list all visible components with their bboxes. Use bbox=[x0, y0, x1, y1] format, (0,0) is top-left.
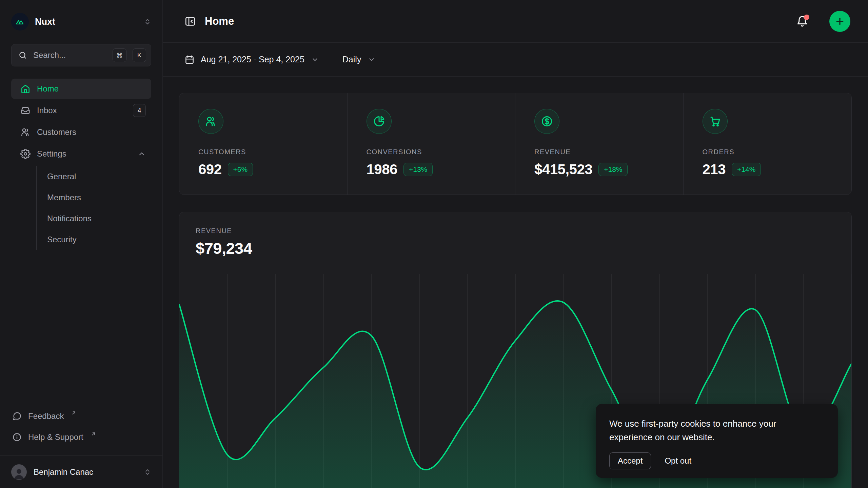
stat-value: $415,523 bbox=[534, 161, 592, 178]
sidebar-item-label: Inbox bbox=[37, 106, 126, 115]
sidebar-item-general[interactable]: General bbox=[37, 166, 151, 187]
stat-delta-badge: +14% bbox=[732, 163, 761, 176]
cookie-accept-button[interactable]: Accept bbox=[609, 452, 651, 469]
nuxt-logo-icon bbox=[11, 13, 29, 30]
revenue-chart-value: $79,234 bbox=[196, 239, 835, 258]
workspace-selector[interactable]: Nuxt bbox=[11, 9, 151, 35]
stat-label: ORDERS bbox=[703, 148, 833, 156]
add-button[interactable] bbox=[829, 11, 850, 32]
chevron-up-down-icon bbox=[144, 468, 151, 476]
chevron-down-icon[interactable] bbox=[368, 56, 375, 63]
sidebar-item-settings[interactable]: Settings bbox=[11, 144, 151, 164]
chevron-up-icon[interactable] bbox=[138, 150, 146, 158]
stat-delta-badge: +6% bbox=[228, 163, 253, 176]
search-input[interactable]: Search... ⌘ K bbox=[11, 44, 151, 66]
sidebar-item-label: Customers bbox=[37, 127, 146, 137]
stat-value: 692 bbox=[198, 161, 222, 178]
stat-label: CUSTOMERS bbox=[198, 148, 328, 156]
sidebar-item-customers[interactable]: Customers bbox=[11, 122, 151, 142]
help-support-link[interactable]: Help & Support bbox=[11, 428, 151, 449]
chat-bubble-icon bbox=[12, 411, 22, 421]
feedback-label: Feedback bbox=[28, 411, 64, 421]
search-icon bbox=[18, 51, 27, 60]
sidebar-nav: Home Inbox 4 Customers Settings Ge bbox=[11, 79, 151, 250]
stat-conversions[interactable]: CONVERSIONS 1986 +13% bbox=[348, 93, 516, 195]
revenue-chart-label: REVENUE bbox=[196, 227, 835, 235]
sidebar-item-inbox[interactable]: Inbox 4 bbox=[11, 100, 151, 121]
collapse-sidebar-icon[interactable] bbox=[184, 16, 196, 27]
external-link-icon bbox=[71, 410, 77, 416]
sidebar-item-home[interactable]: Home bbox=[11, 79, 151, 99]
pie-chart-icon bbox=[367, 109, 392, 134]
external-link-icon bbox=[91, 431, 96, 437]
notification-dot bbox=[804, 15, 809, 20]
search-placeholder: Search... bbox=[33, 50, 106, 60]
feedback-link[interactable]: Feedback bbox=[11, 407, 151, 428]
sidebar-footer: Feedback Help & Support bbox=[11, 407, 151, 449]
avatar bbox=[11, 464, 27, 480]
granularity-select[interactable]: Daily bbox=[342, 55, 361, 64]
inbox-count-badge: 4 bbox=[133, 104, 146, 117]
page-title: Home bbox=[205, 15, 787, 27]
cart-icon bbox=[703, 109, 728, 134]
calendar-icon bbox=[184, 55, 195, 65]
stat-delta-badge: +18% bbox=[598, 163, 628, 176]
sidebar: Nuxt Search... ⌘ K Home Inbox 4 bbox=[0, 0, 163, 488]
sidebar-item-notifications[interactable]: Notifications bbox=[37, 208, 151, 229]
info-circle-icon bbox=[12, 432, 22, 442]
filters-toolbar: Aug 21, 2025 - Sep 4, 2025 Daily bbox=[163, 43, 868, 77]
dollar-circle-icon bbox=[534, 109, 559, 134]
chevron-down-icon[interactable] bbox=[311, 56, 319, 63]
inbox-icon bbox=[20, 105, 31, 116]
gear-icon bbox=[20, 149, 31, 159]
stat-label: CONVERSIONS bbox=[367, 148, 496, 156]
sidebar-item-label: Home bbox=[37, 84, 146, 94]
cookie-optout-button[interactable]: Opt out bbox=[665, 456, 691, 466]
sidebar-spacer bbox=[0, 250, 162, 407]
stat-label: REVENUE bbox=[534, 148, 664, 156]
stat-delta-badge: +13% bbox=[403, 163, 433, 176]
sidebar-item-members[interactable]: Members bbox=[37, 187, 151, 208]
settings-children: General Members Notifications Security bbox=[36, 166, 151, 250]
cookie-banner: We use first-party cookies to enhance yo… bbox=[596, 404, 838, 478]
kbd-cmd: ⌘ bbox=[113, 48, 126, 62]
home-icon bbox=[20, 84, 31, 94]
page-header: Home bbox=[163, 0, 868, 43]
user-name: Benjamin Canac bbox=[34, 467, 137, 477]
sidebar-item-security[interactable]: Security bbox=[37, 229, 151, 250]
users-icon bbox=[198, 109, 223, 134]
stat-orders[interactable]: ORDERS 213 +14% bbox=[684, 93, 852, 195]
help-support-label: Help & Support bbox=[28, 432, 83, 442]
kbd-k: K bbox=[133, 48, 146, 62]
workspace-name: Nuxt bbox=[35, 17, 138, 27]
stat-value: 1986 bbox=[367, 161, 397, 178]
users-icon bbox=[20, 127, 31, 137]
stat-revenue[interactable]: REVENUE $415,523 +18% bbox=[515, 93, 684, 195]
date-range-picker[interactable]: Aug 21, 2025 - Sep 4, 2025 bbox=[201, 55, 304, 64]
stats-card: CUSTOMERS 692 +6% CONVERSIONS 1986 +13% bbox=[179, 93, 852, 195]
user-menu[interactable]: Benjamin Canac bbox=[0, 455, 162, 488]
plus-icon bbox=[835, 16, 845, 26]
notifications-button[interactable] bbox=[796, 15, 808, 27]
stat-value: 213 bbox=[703, 161, 726, 178]
cookie-message: We use first-party cookies to enhance yo… bbox=[609, 417, 806, 444]
sidebar-item-label: Settings bbox=[37, 149, 131, 159]
chevron-up-down-icon bbox=[144, 18, 151, 25]
stat-customers[interactable]: CUSTOMERS 692 +6% bbox=[179, 93, 348, 195]
